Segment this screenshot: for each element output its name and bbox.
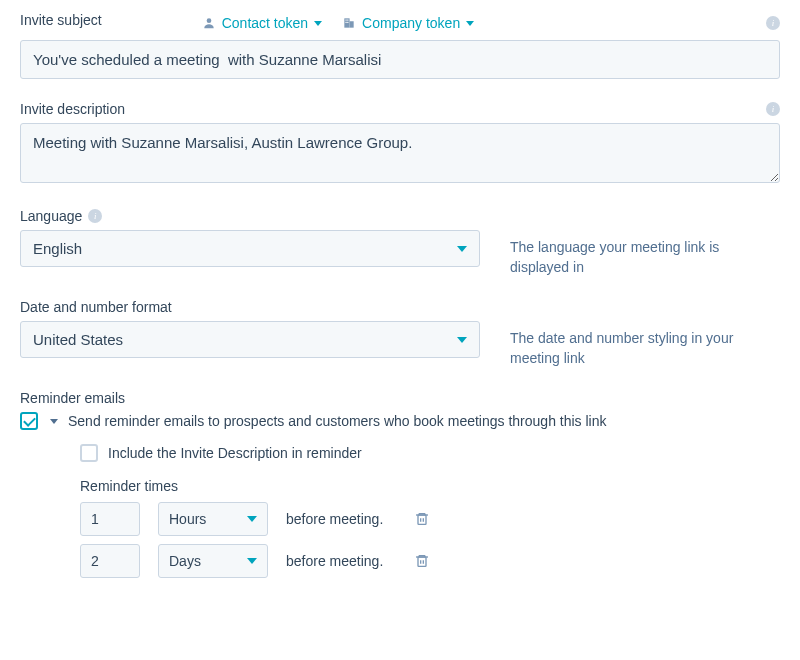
format-helper: The date and number styling in your meet… bbox=[510, 321, 780, 368]
svg-rect-1 bbox=[344, 18, 349, 27]
reminder-unit-select[interactable]: Hours bbox=[158, 502, 268, 536]
invite-subject-label: Invite subject bbox=[20, 12, 102, 28]
info-icon[interactable]: i bbox=[88, 209, 102, 223]
reminder-row: Days before meeting. bbox=[80, 544, 780, 578]
svg-rect-6 bbox=[347, 22, 348, 23]
delete-reminder-button[interactable] bbox=[414, 552, 430, 570]
svg-rect-7 bbox=[418, 515, 426, 524]
chevron-down-icon[interactable] bbox=[50, 419, 58, 424]
caret-down-icon bbox=[466, 21, 474, 26]
before-meeting-text: before meeting. bbox=[286, 511, 396, 527]
invite-description-input[interactable]: Meeting with Suzanne Marsalisi, Austin L… bbox=[20, 123, 780, 183]
before-meeting-text: before meeting. bbox=[286, 553, 396, 569]
send-reminders-label: Send reminder emails to prospects and cu… bbox=[68, 413, 607, 429]
language-select[interactable]: English bbox=[20, 230, 480, 267]
reminder-qty-input[interactable] bbox=[80, 544, 140, 578]
caret-down-icon bbox=[314, 21, 322, 26]
svg-rect-3 bbox=[346, 20, 347, 21]
svg-rect-4 bbox=[347, 20, 348, 21]
delete-reminder-button[interactable] bbox=[414, 510, 430, 528]
include-description-checkbox[interactable] bbox=[80, 444, 98, 462]
send-reminders-checkbox[interactable] bbox=[20, 412, 38, 430]
info-icon[interactable]: i bbox=[766, 102, 780, 116]
caret-down-icon bbox=[247, 516, 257, 522]
trash-icon bbox=[414, 510, 430, 528]
reminder-times-label: Reminder times bbox=[80, 478, 780, 494]
include-description-label: Include the Invite Description in remind… bbox=[108, 445, 362, 461]
reminder-unit-select[interactable]: Days bbox=[158, 544, 268, 578]
invite-subject-input[interactable] bbox=[20, 40, 780, 79]
caret-down-icon bbox=[457, 337, 467, 343]
svg-rect-5 bbox=[346, 22, 347, 23]
caret-down-icon bbox=[247, 558, 257, 564]
format-label: Date and number format bbox=[20, 299, 172, 315]
contact-token-button[interactable]: Contact token bbox=[202, 15, 322, 31]
reminder-emails-label: Reminder emails bbox=[20, 390, 125, 406]
svg-rect-2 bbox=[350, 21, 354, 27]
reminder-qty-input[interactable] bbox=[80, 502, 140, 536]
svg-point-0 bbox=[206, 18, 211, 23]
svg-rect-8 bbox=[418, 557, 426, 566]
reminder-row: Hours before meeting. bbox=[80, 502, 780, 536]
invite-description-label: Invite description bbox=[20, 101, 125, 117]
info-icon[interactable]: i bbox=[766, 16, 780, 30]
caret-down-icon bbox=[457, 246, 467, 252]
language-helper: The language your meeting link is displa… bbox=[510, 230, 780, 277]
company-token-button[interactable]: Company token bbox=[342, 15, 474, 31]
building-icon bbox=[342, 16, 356, 30]
person-icon bbox=[202, 16, 216, 30]
language-label: Language bbox=[20, 208, 82, 224]
format-select[interactable]: United States bbox=[20, 321, 480, 358]
trash-icon bbox=[414, 552, 430, 570]
